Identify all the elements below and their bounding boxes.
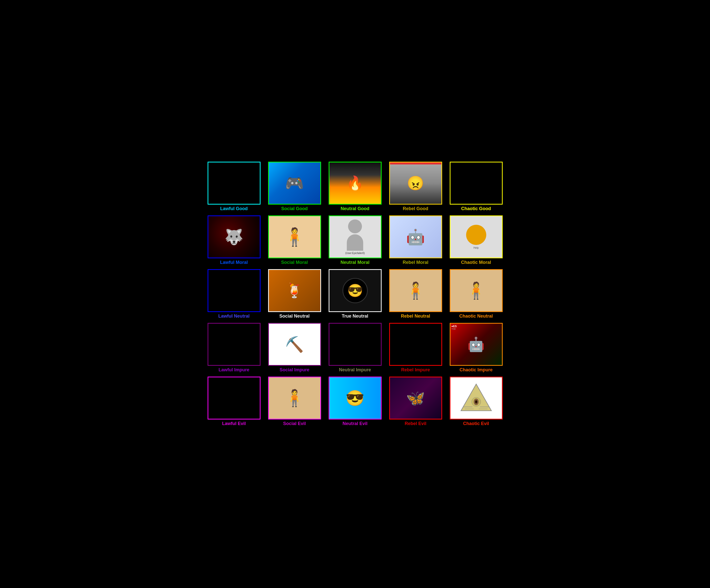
image-lawful-moral: 🐺: [208, 215, 261, 258]
image-chaotic-neutral: 🧍: [450, 269, 503, 312]
cell-neutral-good: 🔥 Neutral Good: [325, 160, 385, 213]
cell-social-evil: 🧍 Social Evil: [264, 375, 325, 428]
cell-true-neutral: 😎 True Neutral: [325, 267, 385, 321]
cell-neutral-impure: Neutral Impure: [325, 321, 385, 375]
image-social-impure: ⛏️: [268, 323, 321, 366]
cell-chaotic-moral: Help Chaotic Moral: [446, 213, 506, 267]
cell-chaotic-good: Chaotic Good: [446, 160, 506, 213]
image-social-evil: 🧍: [268, 377, 321, 420]
label-social-impure: Social Impure: [280, 367, 309, 373]
image-rebel-neutral: 🧍: [389, 269, 442, 312]
cell-rebel-neutral: 🧍 Rebel Neutral: [385, 267, 446, 321]
label-chaotic-neutral: Chaotic Neutral: [459, 313, 493, 319]
image-lawful-impure: [208, 323, 261, 366]
label-rebel-moral: Rebel Moral: [403, 260, 428, 265]
label-social-good: Social Good: [281, 206, 308, 211]
label-chaotic-moral: Chaotic Moral: [461, 260, 491, 265]
label-true-neutral: True Neutral: [342, 313, 368, 319]
cell-neutral-moral: (User:Epicfailer0) Neutral Moral: [325, 213, 385, 267]
image-true-neutral: 😎: [329, 269, 382, 312]
label-lawful-impure: Lawful Impure: [218, 367, 249, 373]
image-rebel-good: 😠: [389, 162, 442, 205]
cell-social-good: Social Good: [264, 160, 325, 213]
label-rebel-evil: Rebel Evil: [405, 421, 426, 426]
cell-rebel-moral: 🤖 Rebel Moral: [385, 213, 446, 267]
svg-point-8: [476, 401, 477, 403]
label-rebel-impure: Rebel Impure: [401, 367, 430, 373]
cell-lawful-impure: Lawful Impure: [204, 321, 264, 375]
label-lawful-evil: Lawful Evil: [222, 421, 246, 426]
label-lawful-good: Lawful Good: [220, 206, 248, 211]
label-lawful-moral: Lawful Moral: [220, 260, 248, 265]
image-chaotic-evil: [450, 377, 503, 420]
label-social-moral: Social Moral: [281, 260, 308, 265]
image-neutral-good: 🔥: [329, 162, 382, 205]
alignment-grid: Lawful Good Social Good 🔥 Neutral Good 😠…: [204, 160, 506, 428]
cell-lawful-moral: 🐺 Lawful Moral: [204, 213, 264, 267]
image-chaotic-good: [450, 162, 503, 205]
image-chaotic-moral: Help: [450, 215, 503, 258]
image-social-neutral: 🍹: [268, 269, 321, 312]
image-neutral-evil: 😎: [329, 377, 382, 420]
cell-rebel-impure: Rebel Impure: [385, 321, 446, 375]
image-neutral-impure: [329, 323, 382, 366]
cell-chaotic-impure: 🤖 ●ES TNE Chaotic Impure: [446, 321, 506, 375]
cell-social-moral: 🧍 Social Moral: [264, 213, 325, 267]
label-social-evil: Social Evil: [283, 421, 306, 426]
label-rebel-good: Rebel Good: [403, 206, 428, 211]
image-chaotic-impure: 🤖 ●ES TNE: [450, 323, 503, 366]
image-lawful-neutral: [208, 269, 261, 312]
image-neutral-moral: (User:Epicfailer0): [329, 215, 382, 258]
label-neutral-evil: Neutral Evil: [342, 421, 368, 426]
cell-chaotic-neutral: 🧍 Chaotic Neutral: [446, 267, 506, 321]
label-neutral-good: Neutral Good: [340, 206, 369, 211]
cell-social-impure: ⛏️ Social Impure: [264, 321, 325, 375]
image-social-good: [268, 162, 321, 205]
image-rebel-impure: [389, 323, 442, 366]
cell-lawful-good: Lawful Good: [204, 160, 264, 213]
label-rebel-neutral: Rebel Neutral: [401, 313, 430, 319]
cell-social-neutral: 🍹 Social Neutral: [264, 267, 325, 321]
cell-lawful-evil: Lawful Evil: [204, 375, 264, 428]
label-chaotic-impure: Chaotic Impure: [459, 367, 493, 373]
label-chaotic-evil: Chaotic Evil: [463, 421, 489, 426]
label-neutral-moral: Neutral Moral: [340, 260, 370, 265]
image-rebel-moral: 🤖: [389, 215, 442, 258]
cell-chaotic-evil: Chaotic Evil: [446, 375, 506, 428]
label-lawful-neutral: Lawful Neutral: [218, 313, 250, 319]
image-social-moral: 🧍: [268, 215, 321, 258]
image-lawful-evil: [208, 377, 261, 420]
cell-rebel-evil: 🦋 Rebel Evil: [385, 375, 446, 428]
label-neutral-impure: Neutral Impure: [339, 367, 371, 373]
image-rebel-evil: 🦋: [389, 377, 442, 420]
cell-rebel-good: 😠 Rebel Good: [385, 160, 446, 213]
cell-neutral-evil: 😎 Neutral Evil: [325, 375, 385, 428]
cell-lawful-neutral: Lawful Neutral: [204, 267, 264, 321]
label-social-neutral: Social Neutral: [279, 313, 309, 319]
label-chaotic-good: Chaotic Good: [461, 206, 491, 211]
illuminati-triangle-svg: [460, 382, 493, 415]
image-lawful-good: [208, 162, 261, 205]
